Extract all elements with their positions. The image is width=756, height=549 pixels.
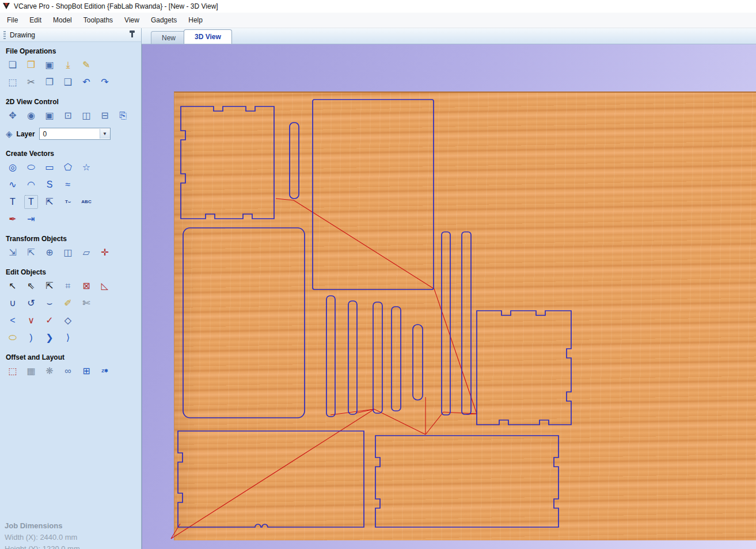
- mirror-icon[interactable]: ◫: [61, 246, 75, 260]
- icon-row: ⬚✂❐❑↶↷: [6, 75, 135, 89]
- save-file-icon[interactable]: ▣: [43, 58, 56, 72]
- draw-text-icon[interactable]: T: [6, 195, 20, 209]
- sidebar-section: Create Vectors◎⬭▭⬠☆∿◠S≈TT⇱T⌣ABC✒⇥: [0, 144, 141, 226]
- pin-icon[interactable]: [131, 33, 133, 37]
- nesting-icon[interactable]: Z✱: [98, 364, 112, 378]
- menu-item-view[interactable]: View: [119, 13, 145, 27]
- draw-polyline-icon[interactable]: S: [43, 178, 56, 192]
- text-on-curve-icon[interactable]: T⌣: [61, 195, 75, 209]
- fit-curves-icon[interactable]: ⌣: [43, 296, 56, 310]
- array-copy-icon[interactable]: ▦: [24, 364, 38, 378]
- delete-object-icon[interactable]: ⊠: [79, 279, 93, 293]
- section-heading: Create Vectors: [6, 150, 135, 158]
- paste-icon[interactable]: ❑: [61, 75, 75, 89]
- tab-3d-view[interactable]: 3D View: [184, 29, 232, 44]
- menu-item-help[interactable]: Help: [183, 13, 208, 27]
- rapid-move-line: [171, 524, 180, 539]
- dimension-icon[interactable]: ✒: [6, 212, 20, 226]
- rotate-icon[interactable]: ✛: [98, 246, 112, 260]
- chevron-down-icon[interactable]: ▼: [100, 129, 110, 139]
- trim-vectors-icon[interactable]: ✐: [61, 296, 75, 310]
- circular-copy-icon[interactable]: ❋: [43, 364, 56, 378]
- vector-part-outline-fingers: [375, 436, 559, 527]
- drawing-panel-header[interactable]: Drawing: [0, 28, 141, 42]
- zoom-drawing-icon[interactable]: ⊡: [61, 109, 75, 123]
- draw-ellipse-icon[interactable]: ⬭: [24, 161, 38, 174]
- distort-icon[interactable]: ▱: [79, 246, 93, 260]
- align-objects-icon[interactable]: ⊕: [43, 246, 56, 260]
- offset-vectors-icon[interactable]: ⬚: [6, 364, 20, 378]
- sidebar-section: 2D View Control✥◉▣⊡◫⊟⎘: [0, 93, 141, 123]
- icon-row: ✒⇥: [6, 212, 135, 226]
- measure-tool-icon[interactable]: ◺: [98, 279, 112, 293]
- undo-icon[interactable]: ↶: [79, 75, 93, 89]
- window-title: VCarve Pro - ShopBot Edition {FabLab Rwa…: [14, 2, 218, 10]
- dogbone-fillet-icon[interactable]: ◇: [61, 314, 75, 327]
- menu-item-model[interactable]: Model: [47, 13, 78, 27]
- import-vectors-icon[interactable]: ⤓: [61, 58, 75, 72]
- layer-select[interactable]: 0 ▼: [39, 128, 111, 140]
- join-vectors-icon[interactable]: ∪: [6, 296, 20, 310]
- text-select-icon[interactable]: ⇱: [43, 195, 56, 209]
- draw-circle-icon[interactable]: ◎: [6, 161, 20, 174]
- vector-part-outline: [392, 307, 401, 411]
- cut-icon[interactable]: ✂: [24, 75, 38, 89]
- panel-grip-icon[interactable]: [3, 31, 6, 39]
- new-file-icon[interactable]: ❏: [6, 58, 20, 72]
- grid-numbers-icon[interactable]: ⌗: [61, 279, 75, 293]
- app-logo-icon: [3, 3, 10, 10]
- arc-tool-3-icon[interactable]: ⟩: [61, 331, 75, 345]
- node-editing-icon[interactable]: ⇖: [24, 279, 38, 293]
- interactive-selection-icon[interactable]: ⇱: [43, 279, 56, 293]
- job-setup-icon[interactable]: ⬚: [6, 75, 20, 89]
- draw-text-box-icon[interactable]: T: [24, 195, 38, 209]
- export-vectors-icon[interactable]: ✎: [79, 58, 93, 72]
- arc-tool-1-icon[interactable]: ): [24, 331, 38, 345]
- move-selection-icon[interactable]: ⇲: [6, 246, 20, 260]
- switch-view-icon[interactable]: ⎘: [116, 109, 130, 123]
- zoom-extents-icon[interactable]: ⊟: [98, 109, 112, 123]
- copy-icon[interactable]: ❐: [43, 75, 56, 89]
- main-content: New3D View: [142, 28, 756, 549]
- vector-part-outline: [348, 301, 357, 414]
- vector-texture-icon[interactable]: ≈: [61, 178, 75, 192]
- redo-icon[interactable]: ↷: [98, 75, 112, 89]
- select-vectors-icon[interactable]: ↖: [6, 279, 20, 293]
- section-heading: 2D View Control: [6, 98, 135, 106]
- drawing-panel: Drawing File Operations❏❒▣⤓✎⬚✂❐❑↶↷2D Vie…: [0, 28, 142, 549]
- chamfer-icon[interactable]: ∨: [24, 314, 38, 327]
- nest-parts-icon[interactable]: ⊞: [79, 364, 93, 378]
- menu-item-file[interactable]: File: [1, 13, 24, 27]
- vector-part-outline-fingers: [181, 106, 274, 219]
- copy-along-vector-icon[interactable]: ∞: [61, 364, 75, 378]
- arc-tool-2-icon[interactable]: ❯: [43, 331, 56, 345]
- measure-icon[interactable]: ⇥: [24, 212, 38, 226]
- close-vector-icon[interactable]: ↺: [24, 296, 38, 310]
- tab-new[interactable]: New: [151, 31, 187, 44]
- set-size-icon[interactable]: ⇱: [24, 246, 38, 260]
- job-dimensions: Job Dimensions Width (X): 2440.0 mm Heig…: [5, 520, 80, 549]
- menu-item-gadgets[interactable]: Gadgets: [145, 13, 183, 27]
- menu-item-toolpaths[interactable]: Toolpaths: [78, 13, 119, 27]
- draw-curve-icon[interactable]: ∿: [6, 178, 20, 192]
- viewport-3d[interactable]: [142, 44, 756, 549]
- zoom-selection-icon[interactable]: ◫: [79, 109, 93, 123]
- open-file-icon[interactable]: ❒: [24, 58, 38, 72]
- convert-text-to-curves-icon[interactable]: ABC: [79, 195, 93, 209]
- dashed-ellipse-icon[interactable]: ⬭: [6, 331, 20, 345]
- pan-view-icon[interactable]: ✥: [6, 109, 20, 123]
- draw-polygon-icon[interactable]: ⬠: [61, 161, 75, 174]
- draw-star-icon[interactable]: ☆: [79, 161, 93, 174]
- draw-rectangle-icon[interactable]: ▭: [43, 161, 56, 174]
- draw-arc-icon[interactable]: ◠: [24, 178, 38, 192]
- zoom-box-icon[interactable]: ▣: [43, 109, 56, 123]
- zoom-interactive-icon[interactable]: ◉: [24, 109, 38, 123]
- vector-part-outline: [313, 100, 434, 289]
- menu-bar: FileEditModelToolpathsViewGadgetsHelp: [0, 13, 756, 28]
- interactive-trim-icon[interactable]: ✄: [79, 296, 93, 310]
- rapid-move-line: [276, 199, 294, 200]
- menu-item-edit[interactable]: Edit: [24, 13, 47, 27]
- fillet-icon[interactable]: <: [6, 314, 20, 327]
- extend-vector-icon[interactable]: ✓: [43, 314, 56, 327]
- icon-row: TT⇱T⌣ABC: [6, 195, 135, 209]
